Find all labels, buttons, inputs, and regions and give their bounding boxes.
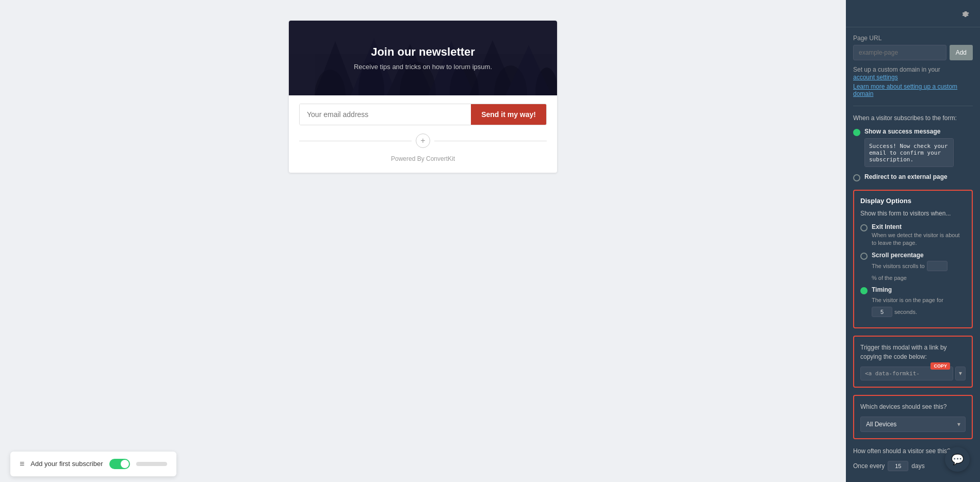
exit-intent-content: Exit Intent When we detect the visitor i… — [872, 223, 966, 247]
newsletter-hero: Join our newsletter Receive tips and tri… — [289, 21, 557, 95]
show-success-radio[interactable] — [853, 129, 860, 136]
custom-domain-hint: Set up a custom domain in your account s… — [853, 64, 973, 97]
timing-unit: seconds. — [894, 308, 917, 316]
exit-intent-option: Exit Intent When we detect the visitor i… — [860, 223, 966, 247]
exit-intent-radio[interactable] — [860, 224, 868, 231]
subscriber-form-label: When a visitor subscribes to the form: — [853, 113, 973, 123]
send-button[interactable]: Send it my way! — [471, 104, 546, 125]
custom-domain-link[interactable]: Learn more about setting up a custom dom… — [853, 83, 973, 97]
timing-option: Timing The visitor is on the page for se… — [860, 286, 966, 317]
chat-icon: 💬 — [951, 453, 964, 466]
show-success-option: Show a success message Success! Now chec… — [853, 128, 973, 169]
timing-label: Timing — [872, 286, 966, 293]
redirect-radio[interactable] — [853, 174, 860, 181]
timing-content: Timing The visitor is on the page for se… — [872, 286, 966, 317]
timing-desc: The visitor is on the page for — [872, 296, 943, 304]
timing-radio[interactable] — [860, 287, 868, 294]
display-options-section: Display Options Show this form to visito… — [853, 190, 973, 328]
list-icon: ≡ — [20, 459, 24, 469]
right-sidebar: Page URL Add Set up a custom domain in y… — [846, 0, 980, 482]
divider-1 — [853, 106, 973, 106]
display-options-title: Display Options — [860, 197, 966, 205]
newsletter-body: Send it my way! + Powered By ConvertKit — [289, 95, 557, 173]
newsletter-title: Join our newsletter — [371, 45, 475, 59]
trigger-modal-section: Trigger this modal with a link by copyin… — [853, 336, 973, 388]
redirect-content: Redirect to an external page — [864, 173, 948, 180]
exit-intent-desc: When we detect the visitor is about to l… — [872, 231, 966, 247]
subscriber-toggle[interactable] — [109, 459, 130, 469]
show-when-text: Show this form to visitors when... — [860, 209, 966, 218]
right-divider — [434, 141, 547, 141]
main-content-area: Join our newsletter Receive tips and tri… — [0, 0, 846, 482]
sidebar-top-icons — [846, 0, 980, 27]
left-divider — [299, 141, 412, 141]
page-url-label: Page URL — [853, 35, 973, 42]
show-success-label: Show a success message — [864, 128, 954, 135]
page-url-input[interactable] — [853, 45, 946, 60]
newsletter-subtitle: Receive tips and tricks on how to lorum … — [354, 63, 492, 71]
subscriber-section: When a visitor subscribes to the form: S… — [853, 113, 973, 181]
newsletter-card: Join our newsletter Receive tips and tri… — [289, 21, 557, 173]
svg-marker-11 — [505, 45, 552, 95]
gear-icon — [961, 9, 970, 18]
timing-input[interactable] — [872, 307, 892, 317]
scroll-pct-row: The visitors scrolls to % of the page — [872, 261, 966, 282]
show-success-content: Show a success message Success! Now chec… — [864, 128, 954, 169]
frequency-input[interactable] — [888, 461, 908, 471]
progress-bar — [136, 462, 167, 466]
scroll-pct-option: Scroll percentage The visitors scrolls t… — [860, 252, 966, 282]
redirect-label: Redirect to an external page — [864, 173, 948, 180]
scroll-pct-desc: The visitors scrolls to — [872, 262, 925, 270]
frequency-prefix: Once every — [853, 462, 885, 470]
email-input[interactable] — [300, 104, 471, 125]
bottom-bar: ≡ Add your first subscriber — [10, 452, 176, 476]
settings-icon-btn[interactable] — [957, 5, 974, 22]
scroll-pct-label: Scroll percentage — [872, 252, 966, 259]
scroll-pct-input[interactable] — [927, 261, 948, 271]
add-subscriber-text: Add your first subscriber — [30, 460, 103, 468]
custom-domain-text: Set up a custom domain in your — [853, 66, 940, 73]
devices-select[interactable]: All Devices Desktop Only Mobile Only — [860, 417, 966, 432]
success-message-textarea[interactable]: Success! Now check your email to confirm… — [864, 138, 954, 167]
sidebar-content-area: Page URL Add Set up a custom domain in y… — [846, 27, 980, 482]
account-settings-link[interactable]: account settings — [853, 74, 973, 81]
add-element-button[interactable]: + — [416, 134, 430, 148]
frequency-suffix: days — [911, 462, 924, 470]
powered-by-text: Powered By ConvertKit — [299, 155, 547, 162]
devices-title: Which devices should see this? — [860, 402, 966, 411]
add-element-row: + — [299, 134, 547, 148]
page-url-add-button[interactable]: Add — [950, 45, 973, 60]
copy-badge: COPY — [930, 362, 950, 370]
devices-select-wrapper: All Devices Desktop Only Mobile Only — [860, 417, 966, 432]
chat-bubble-button[interactable]: 💬 — [945, 447, 970, 472]
page-url-section: Page URL Add Set up a custom domain in y… — [853, 35, 973, 97]
redirect-option: Redirect to an external page — [853, 173, 973, 181]
exit-intent-label: Exit Intent — [872, 223, 966, 230]
code-row: COPY ▾ — [860, 367, 966, 380]
svg-marker-1 — [315, 41, 356, 95]
page-url-input-row: Add — [853, 45, 973, 60]
devices-section: Which devices should see this? All Devic… — [853, 395, 973, 439]
trigger-modal-title: Trigger this modal with a link by copyin… — [860, 343, 966, 361]
code-dropdown-button[interactable]: ▾ — [955, 367, 966, 380]
scroll-pct-radio[interactable] — [860, 253, 868, 260]
scroll-pct-content: Scroll percentage The visitors scrolls t… — [872, 252, 966, 282]
scroll-pct-unit: % of the page — [872, 274, 907, 282]
timing-row: The visitor is on the page for seconds. — [872, 295, 966, 317]
email-form-row: Send it my way! — [299, 104, 547, 125]
